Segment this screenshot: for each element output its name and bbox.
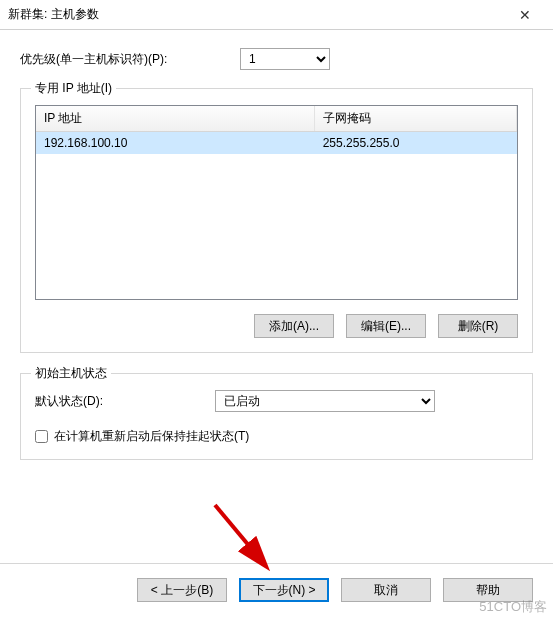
state-group-legend: 初始主机状态 — [31, 365, 111, 382]
default-state-select[interactable]: 已启动 — [215, 390, 435, 412]
remove-button[interactable]: 删除(R) — [438, 314, 518, 338]
ip-table[interactable]: IP 地址 子网掩码 192.168.100.10 255.255.255.0 — [35, 105, 518, 300]
priority-row: 优先级(单一主机标识符)(P): 1 — [20, 48, 533, 70]
wizard-footer: < 上一步(B) 下一步(N) > 取消 帮助 — [0, 563, 553, 620]
table-row[interactable]: 192.168.100.10 255.255.255.0 — [36, 132, 517, 155]
dialog-content: 优先级(单一主机标识符)(P): 1 专用 IP 地址(I) IP 地址 子网掩… — [0, 30, 553, 490]
title-bar: 新群集: 主机参数 ✕ — [0, 0, 553, 30]
add-button[interactable]: 添加(A)... — [254, 314, 334, 338]
window-title: 新群集: 主机参数 — [8, 6, 505, 23]
ip-cell: 192.168.100.10 — [36, 132, 315, 155]
ip-buttons-row: 添加(A)... 编辑(E)... 删除(R) — [35, 314, 518, 338]
default-state-label: 默认状态(D): — [35, 393, 215, 410]
state-groupbox: 初始主机状态 默认状态(D): 已启动 在计算机重新启动后保持挂起状态(T) — [20, 373, 533, 460]
close-icon[interactable]: ✕ — [505, 7, 545, 23]
ip-groupbox: 专用 IP 地址(I) IP 地址 子网掩码 192.168.100.10 25… — [20, 88, 533, 353]
ip-group-legend: 专用 IP 地址(I) — [31, 80, 116, 97]
retain-suspend-checkbox[interactable] — [35, 430, 48, 443]
back-button[interactable]: < 上一步(B) — [137, 578, 227, 602]
ip-col-header[interactable]: IP 地址 — [36, 106, 315, 132]
next-button[interactable]: 下一步(N) > — [239, 578, 329, 602]
priority-label: 优先级(单一主机标识符)(P): — [20, 51, 240, 68]
mask-cell: 255.255.255.0 — [315, 132, 517, 155]
cancel-button[interactable]: 取消 — [341, 578, 431, 602]
retain-suspend-row: 在计算机重新启动后保持挂起状态(T) — [35, 428, 518, 445]
priority-select[interactable]: 1 — [240, 48, 330, 70]
help-button[interactable]: 帮助 — [443, 578, 533, 602]
mask-col-header[interactable]: 子网掩码 — [315, 106, 517, 132]
retain-suspend-label: 在计算机重新启动后保持挂起状态(T) — [54, 428, 249, 445]
edit-button[interactable]: 编辑(E)... — [346, 314, 426, 338]
default-state-row: 默认状态(D): 已启动 — [35, 390, 518, 412]
